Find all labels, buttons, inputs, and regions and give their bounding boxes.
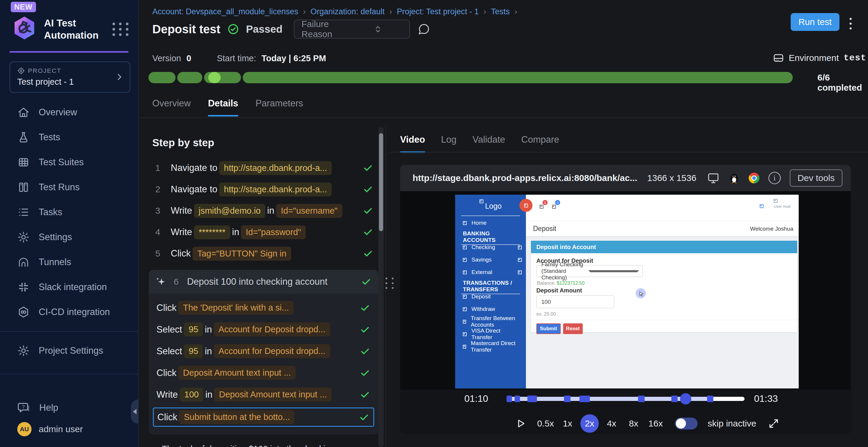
broken-image-icon bbox=[463, 258, 467, 262]
substep-row[interactable]: Write100inDeposit Amount text input ... bbox=[153, 386, 374, 403]
step-row[interactable]: 2 Navigate tohttp://stage.dbank.prod-a..… bbox=[152, 181, 377, 198]
tab-validate[interactable]: Validate bbox=[473, 134, 505, 153]
devtools-button[interactable]: Dev tools bbox=[790, 169, 842, 187]
step-row[interactable]: 3 Writejsmith@demo.ioinId="username" bbox=[152, 202, 377, 219]
step-arg-pill[interactable]: Deposit Amount text input ... bbox=[214, 387, 332, 402]
step-row[interactable]: 1 Navigate tohttp://stage.dbank.prod-a..… bbox=[152, 159, 377, 176]
sidebar-item-tunnels[interactable]: Tunnels bbox=[0, 250, 138, 275]
divider bbox=[0, 374, 138, 375]
skip-inactive-toggle[interactable] bbox=[675, 418, 698, 429]
step-row[interactable]: 5 ClickTag="BUTTON" Sign in bbox=[152, 245, 377, 262]
play-icon[interactable] bbox=[516, 418, 526, 429]
panel-resize-handle[interactable] bbox=[384, 278, 395, 289]
mouse-cursor-icon bbox=[636, 288, 646, 299]
step-action-text: in bbox=[205, 389, 212, 400]
broken-image-icon bbox=[463, 245, 467, 249]
step-arg-pill[interactable]: http://stage.dbank.prod-a... bbox=[219, 182, 332, 197]
sidebar-item-label: Slack integration bbox=[39, 282, 107, 293]
video-viewport[interactable]: Logo Home bbox=[400, 191, 851, 390]
home-icon bbox=[17, 106, 30, 118]
run-test-button[interactable]: Run test bbox=[790, 13, 839, 31]
gear-icon bbox=[17, 231, 30, 243]
video-timeline: 01:10 01:33 bbox=[400, 392, 851, 406]
sidebar-item-label: Test Suites bbox=[39, 157, 84, 168]
sidebar-item-tasks[interactable]: Tasks bbox=[0, 200, 138, 225]
breadcrumb-link[interactable]: Account: Devspace_all_module_licenses bbox=[152, 7, 298, 16]
bank-welcome-text: Welcome Joshua bbox=[750, 226, 793, 232]
table-icon bbox=[17, 156, 30, 169]
step-arg-pill[interactable]: The 'Deposit' link with a si... bbox=[178, 301, 293, 315]
speed-chip-4x[interactable]: 4x bbox=[602, 414, 621, 433]
step-arg-pill[interactable]: Deposit Amount text input ... bbox=[178, 366, 296, 380]
playhead[interactable] bbox=[680, 393, 691, 405]
step-arg-pill[interactable]: Account for Deposit dropd... bbox=[214, 322, 330, 337]
failure-reason-select[interactable]: Failure Reason bbox=[294, 20, 410, 39]
bank-nav-item-savings: Savings bbox=[455, 253, 526, 266]
speed-chip-1x[interactable]: 1x bbox=[558, 414, 577, 433]
step-arg-pill[interactable]: 95 bbox=[184, 344, 203, 358]
scrollbar-thumb[interactable] bbox=[379, 133, 383, 231]
step-arg-pill[interactable]: 95 bbox=[184, 322, 203, 337]
breadcrumb-link[interactable]: Project: Test project - 1 bbox=[397, 7, 479, 16]
step-arg-pill[interactable]: Submit button at the botto... bbox=[179, 410, 294, 424]
speed-chip-0-5x[interactable]: 0.5x bbox=[536, 414, 555, 433]
broken-image-icon bbox=[463, 332, 467, 336]
sidebar-item-test-suites[interactable]: Test Suites bbox=[0, 150, 138, 175]
user-menu[interactable]: AU admin user bbox=[0, 422, 138, 447]
step-action-text: Navigate to bbox=[171, 184, 217, 195]
tab-parameters[interactable]: Parameters bbox=[255, 98, 303, 116]
app-switcher-icon[interactable] bbox=[112, 21, 129, 38]
breadcrumb-link[interactable]: Organization: default bbox=[311, 7, 384, 16]
activity-marker bbox=[707, 396, 714, 402]
step-arg-pill[interactable]: ******** bbox=[194, 225, 230, 239]
sidebar-item-overview[interactable]: Overview bbox=[0, 100, 138, 125]
sidebar-item-ci-cd-integration[interactable]: CI-CD integration bbox=[0, 300, 138, 324]
speed-chip-2x[interactable]: 2x bbox=[580, 414, 599, 433]
step-arg-pill[interactable]: jsmith@demo.io bbox=[194, 204, 265, 218]
info-icon[interactable]: i bbox=[768, 172, 781, 184]
step-action-text: in bbox=[205, 324, 212, 335]
fullscreen-icon[interactable] bbox=[768, 418, 779, 429]
comment-icon[interactable] bbox=[417, 23, 430, 36]
sidebar-item-project-settings[interactable]: Project Settings bbox=[0, 338, 138, 363]
sidebar-item-help[interactable]: ? Help bbox=[0, 393, 138, 422]
step-row[interactable]: 4 Write********inId="password" bbox=[152, 224, 377, 241]
breadcrumb-link[interactable]: Tests bbox=[491, 7, 510, 16]
step-arg-pill[interactable]: Id="username" bbox=[276, 204, 342, 218]
tab-details[interactable]: Details bbox=[208, 98, 238, 116]
list-icon bbox=[17, 206, 30, 218]
step-arg-pill[interactable]: Id="password" bbox=[241, 225, 306, 239]
divider bbox=[390, 152, 868, 152]
sidebar-item-settings[interactable]: Settings bbox=[0, 225, 138, 250]
step-group-header[interactable]: 6 Deposit 100 into checking account bbox=[149, 270, 378, 294]
speed-chip-8x[interactable]: 8x bbox=[624, 414, 643, 433]
breadcrumb: Account: Devspace_all_module_licenses › … bbox=[152, 7, 517, 16]
seek-track[interactable] bbox=[506, 397, 745, 401]
activity-marker bbox=[564, 396, 570, 402]
step-arg-pill[interactable]: http://stage.dbank.prod-a... bbox=[219, 161, 332, 175]
substep-row[interactable]: ClickSubmit button at the botto... bbox=[153, 408, 374, 427]
substep-row[interactable]: ClickThe 'Deposit' link with a si... bbox=[153, 299, 374, 316]
sidebar-collapse-handle[interactable] bbox=[131, 400, 138, 424]
step-number: 2 bbox=[155, 184, 165, 194]
divider bbox=[0, 331, 138, 332]
speed-chip-16x[interactable]: 16x bbox=[646, 414, 665, 433]
sidebar-nav: Overview Tests Test Suites Test Runs bbox=[0, 100, 138, 324]
sidebar-item-slack-integration[interactable]: Slack integration bbox=[0, 275, 138, 300]
start-time-value: Today | 6:25 PM bbox=[261, 54, 326, 63]
tab-compare[interactable]: Compare bbox=[521, 134, 559, 153]
step-arg-pill[interactable]: Account for Deposit dropd... bbox=[214, 344, 330, 358]
tab-video[interactable]: Video bbox=[400, 134, 425, 153]
more-menu-icon[interactable] bbox=[846, 18, 855, 29]
step-number: 4 bbox=[155, 227, 165, 237]
project-selector[interactable]: PROJECT Test project - 1 bbox=[9, 62, 130, 93]
sidebar-item-tests[interactable]: Tests bbox=[0, 125, 138, 150]
substep-row[interactable]: Select95inAccount for Deposit dropd... bbox=[153, 342, 374, 360]
substep-row[interactable]: Select95inAccount for Deposit dropd... bbox=[153, 321, 374, 338]
step-arg-pill[interactable]: Tag="BUTTON" Sign in bbox=[192, 247, 291, 261]
step-arg-pill[interactable]: 100 bbox=[180, 387, 204, 402]
tab-log[interactable]: Log bbox=[441, 134, 457, 153]
sidebar-item-test-runs[interactable]: Test Runs bbox=[0, 175, 138, 200]
substep-row[interactable]: ClickDeposit Amount text input ... bbox=[153, 364, 374, 382]
tab-overview[interactable]: Overview bbox=[152, 98, 191, 116]
